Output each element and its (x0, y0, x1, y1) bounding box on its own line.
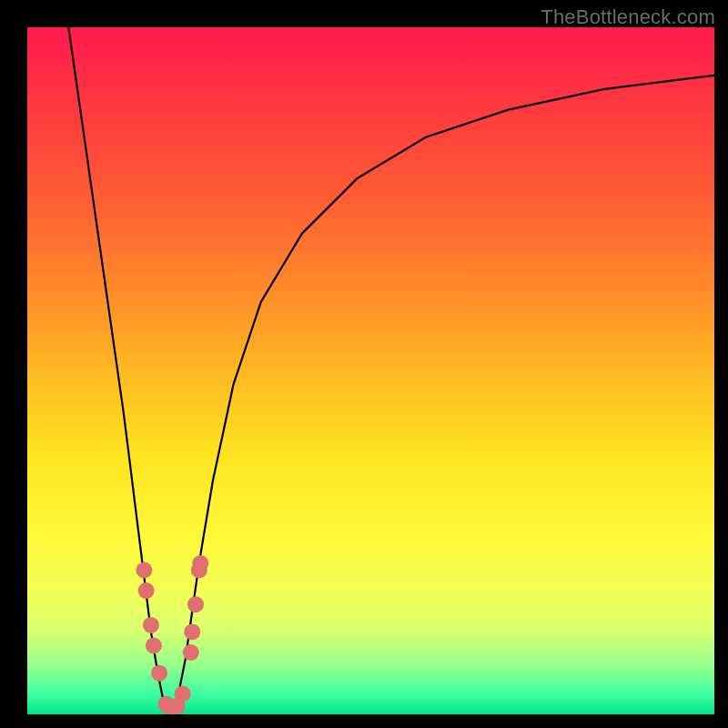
data-marker (151, 665, 167, 682)
data-marker (183, 644, 199, 661)
bottleneck-curve-path (68, 27, 714, 714)
data-marker (136, 562, 152, 579)
chart-frame: TheBottleneck.com (0, 0, 728, 728)
data-marker (143, 617, 159, 633)
watermark-text: TheBottleneck.com (541, 5, 715, 29)
data-marker (138, 582, 155, 599)
data-marker (192, 555, 208, 571)
curve-svg (27, 27, 714, 714)
data-marker (184, 623, 200, 640)
data-marker (146, 638, 162, 654)
plot-area (27, 27, 714, 714)
data-marker (175, 685, 191, 702)
data-marker (187, 596, 204, 612)
